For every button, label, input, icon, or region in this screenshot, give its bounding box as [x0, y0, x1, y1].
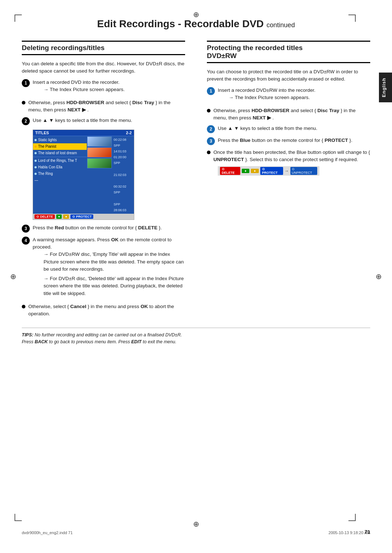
- right-toolbar-arrow: →: [285, 168, 289, 173]
- right-toolbar-delete: ⊙ DELETE: [220, 167, 240, 175]
- footer-right: 2005-10-13 9:18:20 AM: [328, 531, 370, 535]
- right-step-3: 3 Press the Blue button on the remote co…: [207, 137, 370, 145]
- crosshair-left-icon: ⊕: [10, 272, 16, 281]
- page-number: 71: [364, 529, 370, 535]
- tips-line1: No further recording and editing can be …: [34, 332, 182, 337]
- left-intro: You can delete a specific title from the…: [22, 60, 185, 75]
- step-num-4: 4: [22, 237, 30, 245]
- ui-thumb-2: [87, 147, 112, 157]
- bullet-hdd-browser-1: Otherwise, press HDD-BROWSER and select …: [22, 99, 185, 114]
- ui-dot-icon-6: [34, 173, 37, 175]
- ui-screenshot: TITLES 2-2 Static lights The Pianist: [33, 130, 134, 220]
- right-step-1-arrow: The Index Picture screen appears.: [229, 94, 370, 101]
- ui-dot-icon-3: [34, 152, 37, 154]
- step-2: 2 Use ▲ ▼ keys to select a title from th…: [22, 117, 185, 125]
- page-container: ⊕ ⊕ ⊕ ⊕ English Edit Recordings - Record…: [0, 0, 392, 553]
- right-step-2: 2 Use ▲ ▼ keys to select a title from th…: [207, 125, 370, 133]
- ui-list: Static lights The Pianist The island of …: [33, 136, 87, 214]
- ui-time-5: SPP28:06:03: [114, 201, 133, 213]
- right-column: Protecting the recorded titles DVD±RW Yo…: [203, 41, 370, 320]
- step-4: 4 A warning message appears. Press OK on…: [22, 236, 185, 299]
- footer-left: dvdr9000h_eu_eng2.indd 71: [22, 531, 73, 535]
- ui-rows: Static lights The Pianist The island of …: [33, 136, 134, 214]
- step-2-content: Use ▲ ▼ keys to select a title from the …: [33, 117, 185, 124]
- crosshair-top-icon: ⊕: [193, 10, 199, 19]
- corner-mark-bl: [15, 514, 22, 521]
- ui-dot-icon-1: [34, 139, 37, 141]
- right-step-num-3: 3: [207, 137, 215, 145]
- ui-list-item-7: —: [33, 177, 87, 184]
- right-toolbar-yellow: ●: [251, 169, 258, 173]
- ui-list-item-6: The Ring: [33, 171, 87, 177]
- right-step-1: 1 Insert a recorded DVD±RW into the reco…: [207, 87, 370, 104]
- right-heading-1: Protecting the recorded titles: [207, 44, 303, 52]
- step-3-content: Press the Red button on the remote contr…: [33, 224, 185, 232]
- ui-dot-icon-4: [34, 160, 37, 162]
- right-toolbar-unprotect: ⊙ UNPROTECT: [290, 167, 317, 175]
- corner-mark-tr: [348, 15, 356, 22]
- ui-list-item-2: The Pianist: [33, 143, 87, 150]
- right-toolbar-protect: ⊙ PROTECT: [260, 167, 283, 175]
- ui-thumbnails: [87, 136, 112, 214]
- footer: dvdr9000h_eu_eng2.indd 71 2005-10-13 9:1…: [22, 531, 370, 535]
- ui-btn-yellow: ●: [63, 214, 69, 219]
- bullet-hdd-browser-1-text: Otherwise, press HDD-BROWSER and select …: [28, 99, 185, 114]
- bullet-dot-cancel-icon: [22, 305, 25, 308]
- ui-titles-count: 2-2: [126, 131, 132, 135]
- ui-dot-icon-2: [34, 146, 37, 148]
- main-columns: Deleting recordings/titles You can delet…: [22, 41, 370, 320]
- right-step-num-2: 2: [207, 125, 215, 133]
- ui-titles-label: TITLES: [35, 131, 49, 135]
- ui-btn-green: ●: [56, 214, 62, 219]
- bullet-cancel: Otherwise, select { Cancel } in the menu…: [22, 303, 185, 318]
- ui-btn-protect: ⊙ PROTECT: [70, 214, 94, 219]
- tips-label: TIPS:: [22, 332, 33, 337]
- right-bullet-hdd-text: Otherwise, press HDD-BROWSER and select …: [213, 107, 370, 122]
- ui-time-3: 21:02:03: [114, 172, 133, 184]
- step-num-2: 2: [22, 117, 30, 125]
- step-1: 1 Insert a recorded DVD into the recorde…: [22, 79, 185, 96]
- right-bullet-dot-icon: [207, 109, 211, 112]
- corner-mark-br: [348, 514, 356, 521]
- right-bullet-hdd: Otherwise, press HDD-BROWSER and select …: [207, 107, 370, 122]
- ui-time-1: 00:22:08SPP14:01:03: [114, 137, 133, 155]
- ui-time-col: 00:22:08SPP14:01:03 01:20:00SPP 21:02:03…: [112, 136, 134, 214]
- crosshair-bottom-icon: ⊕: [193, 520, 199, 528]
- step-4-arrow-1: For DVD±RW disc, 'Empty Title' will appe…: [44, 251, 185, 273]
- right-step-num-1: 1: [207, 87, 215, 95]
- ui-time-2: 01:20:00SPP: [114, 154, 133, 172]
- step-3: 3 Press the Red button on the remote con…: [22, 224, 185, 233]
- step-4-arrow-2: For DVD±R disc, 'Deleted title' will app…: [44, 275, 185, 297]
- bullet-dot-icon: [22, 101, 25, 105]
- left-section-heading: Deleting recordings/titles: [22, 41, 185, 55]
- ui-dot-icon-5: [34, 166, 37, 168]
- right-step-2-content: Use ▲ ▼ keys to select a title from the …: [218, 125, 370, 132]
- step-1-arrow: The Index Picture screen appears.: [44, 86, 185, 93]
- ui-list-item-5: Habla Con Ella: [33, 164, 87, 171]
- ui-thumb-1: [87, 136, 112, 147]
- ui-time-4: 00:32:02SPP: [114, 184, 133, 201]
- ui-title-bar: TITLES 2-2: [33, 130, 134, 136]
- step-num-1: 1: [22, 79, 30, 87]
- right-toolbar-green: ●: [242, 169, 249, 173]
- right-toolbar: ⊙ DELETE ● ● ⊙ PROTECT → ⊙ UNPROTECT: [218, 166, 319, 176]
- right-heading-2: DVD±RW: [207, 52, 237, 60]
- tips-box: TIPS: No further recording and editing c…: [22, 328, 370, 345]
- ui-btn-delete: ⊙ DELETE: [34, 214, 55, 219]
- ui-divider: [33, 157, 87, 157]
- ui-bottom-bar: ⊙ DELETE ● ● ⊙ PROTECT: [33, 214, 134, 220]
- tips-line2: Press BACK to go back to previous menu i…: [22, 339, 176, 344]
- corner-mark-tl: [15, 15, 22, 22]
- right-step-3-content: Press the Blue button on the remote cont…: [218, 137, 370, 144]
- crosshair-right-icon: ⊕: [376, 272, 382, 281]
- ui-list-item-3: The island of lost dream: [33, 150, 87, 156]
- ui-list-item-1: Static lights: [33, 137, 87, 143]
- left-column: Deleting recordings/titles You can delet…: [22, 41, 189, 320]
- right-bullet-unprotect: Once the title has been protected, the B…: [207, 149, 370, 164]
- right-step-1-content: Insert a recorded DVD±RW into the record…: [218, 87, 370, 104]
- step-4-content: A warning message appears. Press OK on t…: [33, 236, 185, 299]
- step-1-content: Insert a recorded DVD into the recorder.…: [33, 79, 185, 96]
- language-tab: English: [379, 73, 392, 102]
- right-bullet-unprotect-text: Once the title has been protected, the B…: [213, 149, 370, 164]
- ui-list-item-4: Lord of the Rings, The T: [33, 157, 87, 164]
